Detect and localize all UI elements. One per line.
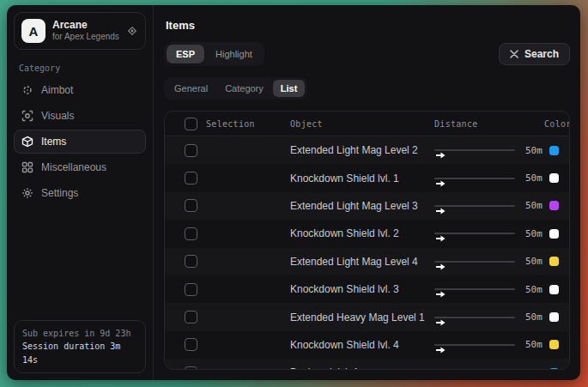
object-name: Extended Light Mag Level 2: [290, 144, 434, 156]
table-row[interactable]: Knockdown Shield lvl. 3 50m: [165, 275, 569, 303]
slider-thumb-icon[interactable]: [436, 147, 446, 162]
color-swatch[interactable]: [549, 229, 559, 239]
table-row[interactable]: Extended Light Mag Level 4 50m: [165, 248, 569, 275]
color-swatch[interactable]: [549, 201, 559, 210]
box-icon: [21, 136, 33, 148]
row-checkbox[interactable]: [185, 144, 197, 157]
header-distance: Distance: [434, 119, 544, 129]
sidebar-item-label: Aimbot: [41, 84, 73, 96]
sidebar: A Arcane for Apex Legends Category Aimbo…: [7, 5, 154, 380]
color-swatch[interactable]: [549, 146, 559, 155]
table-header-row: Selection Object Distance Color: [165, 112, 569, 136]
table-row[interactable]: Extended Light Mag Level 3 50m: [165, 192, 569, 220]
slider-thumb-icon[interactable]: [436, 342, 446, 357]
distance-slider[interactable]: [434, 202, 515, 210]
search-label: Search: [524, 48, 559, 60]
sidebar-nav: Aimbot Visuals Items Miscellaneous Setti…: [14, 78, 146, 205]
items-table: Selection Object Distance Color Extended…: [164, 111, 570, 370]
color-swatch[interactable]: [549, 285, 559, 294]
slider-thumb-icon[interactable]: [436, 175, 446, 190]
app-window: A Arcane for Apex Legends Category Aimbo…: [7, 5, 580, 380]
row-checkbox[interactable]: [185, 172, 197, 184]
distance-slider[interactable]: [434, 146, 515, 154]
grid-icon: [21, 161, 33, 173]
view-tabs: GeneralCategoryList: [164, 77, 307, 100]
sub-expires-text: Sub expires in 9d 23h: [22, 327, 137, 341]
sidebar-item-miscellaneous[interactable]: Miscellaneous: [14, 155, 146, 179]
distance-slider[interactable]: [434, 229, 515, 238]
color-swatch[interactable]: [549, 368, 559, 370]
object-name: Knockdown Shield lvl. 3: [290, 283, 434, 295]
table-row[interactable]: Knockdown Shield lvl. 4 50m: [165, 331, 569, 359]
distance-slider[interactable]: [434, 368, 515, 370]
view-tab-category[interactable]: Category: [217, 80, 271, 97]
row-checkbox[interactable]: [185, 199, 197, 212]
close-x-icon: [510, 50, 518, 58]
mode-tab-highlight[interactable]: Highlight: [206, 45, 262, 63]
distance-slider[interactable]: [434, 313, 515, 322]
eye-scan-icon: [21, 110, 33, 122]
row-checkbox[interactable]: [185, 255, 197, 268]
sidebar-item-label: Settings: [41, 187, 78, 199]
slider-thumb-icon[interactable]: [436, 286, 446, 301]
object-name: Extended Light Mag Level 3: [290, 200, 434, 212]
object-name: Knockdown Shield lvl. 4: [290, 339, 434, 351]
header-color: Color: [544, 119, 570, 129]
row-checkbox[interactable]: [185, 283, 197, 296]
slider-thumb-icon[interactable]: [436, 258, 446, 274]
brand-card: A Arcane for Apex Legends: [14, 12, 146, 50]
slider-thumb-icon[interactable]: [436, 314, 446, 330]
brand-text: Arcane for Apex Legends: [52, 19, 119, 43]
distance-slider[interactable]: [434, 341, 515, 349]
color-swatch[interactable]: [549, 173, 559, 183]
distance-value: 50m: [525, 228, 543, 239]
row-checkbox[interactable]: [185, 338, 197, 351]
object-name: Knockdown Shield lvl. 2: [290, 227, 434, 239]
distance-slider[interactable]: [434, 257, 515, 266]
slider-thumb-icon[interactable]: [436, 230, 446, 245]
table-row[interactable]: Knockdown Shield lvl. 2 50m: [165, 220, 569, 247]
color-swatch[interactable]: [549, 257, 559, 266]
distance-value: 50m: [525, 284, 543, 295]
object-name: Extended Light Mag Level 4: [290, 256, 434, 268]
distance-value: 50m: [525, 172, 543, 184]
object-name: Extended Heavy Mag Level 1: [290, 311, 434, 324]
sidebar-item-settings[interactable]: Settings: [14, 181, 146, 205]
category-label: Category: [19, 63, 141, 73]
slider-thumb-icon[interactable]: [436, 203, 446, 218]
sidebar-item-label: Miscellaneous: [41, 161, 106, 173]
table-row[interactable]: Extended Heavy Mag Level 1 50m: [165, 303, 569, 330]
sidebar-item-visuals[interactable]: Visuals: [14, 104, 146, 128]
distance-slider[interactable]: [434, 285, 515, 293]
app-name: Arcane: [52, 19, 119, 32]
row-checkbox[interactable]: [185, 366, 197, 370]
view-tab-general[interactable]: General: [167, 80, 215, 97]
header-selection: Selection: [197, 119, 290, 129]
pin-icon[interactable]: [126, 25, 138, 37]
table-row[interactable]: Knockdown Shield lvl. 1 50m: [165, 164, 569, 191]
sidebar-item-label: Items: [41, 136, 66, 148]
table-row[interactable]: Backpack lvl. 1 50m: [165, 359, 569, 370]
object-name: Backpack lvl. 1: [290, 366, 434, 370]
color-swatch[interactable]: [549, 340, 559, 349]
distance-value: 50m: [525, 367, 543, 370]
search-button[interactable]: Search: [499, 43, 570, 65]
table-row[interactable]: Extended Light Mag Level 2 50m: [165, 136, 569, 164]
sidebar-item-label: Visuals: [41, 110, 74, 122]
slider-thumb-icon[interactable]: [436, 369, 446, 370]
distance-value: 50m: [525, 311, 543, 323]
row-checkbox[interactable]: [185, 311, 197, 324]
crosshair-icon: [21, 84, 33, 96]
header-object: Object: [290, 119, 434, 129]
mode-tab-esp[interactable]: ESP: [167, 45, 204, 63]
distance-slider[interactable]: [434, 174, 515, 183]
row-checkbox[interactable]: [185, 227, 197, 240]
session-card: Sub expires in 9d 23h Session duration 3…: [14, 320, 146, 374]
sidebar-item-items[interactable]: Items: [14, 130, 146, 154]
color-swatch[interactable]: [549, 312, 559, 322]
table-body: Extended Light Mag Level 2 50m Knockdown…: [165, 136, 569, 370]
sidebar-item-aimbot[interactable]: Aimbot: [14, 78, 146, 102]
select-all-checkbox[interactable]: [185, 118, 197, 130]
view-tab-list[interactable]: List: [273, 80, 306, 97]
distance-value: 50m: [525, 200, 543, 211]
